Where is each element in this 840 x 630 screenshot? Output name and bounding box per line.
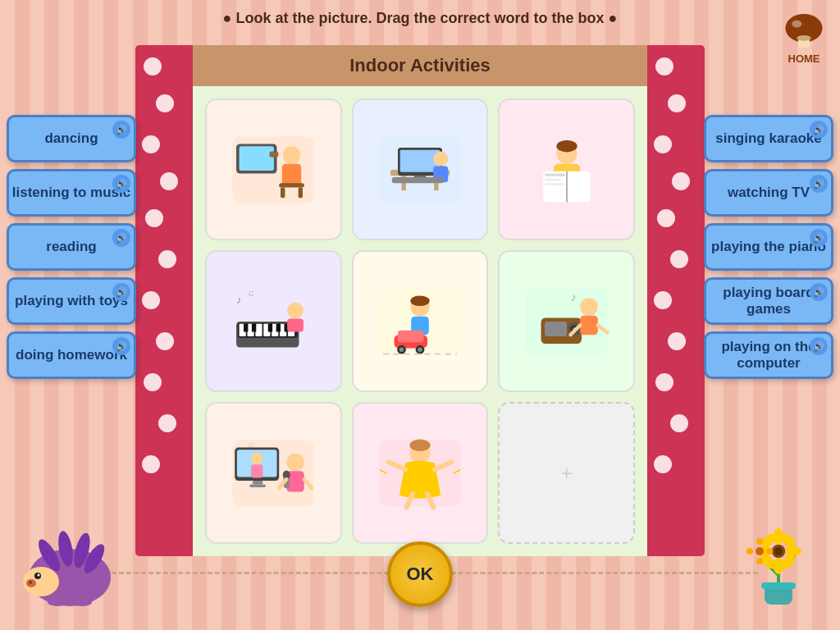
svg-point-105: [29, 581, 32, 584]
home-label: HOME: [788, 52, 820, 65]
activity-cell-2: [352, 98, 489, 240]
sound-icon-homework[interactable]: 🔊: [112, 337, 130, 355]
svg-point-125: [774, 547, 783, 555]
svg-rect-47: [276, 323, 281, 331]
svg-rect-7: [270, 151, 279, 157]
curtain-right: [647, 45, 705, 556]
word-btn-dancing[interactable]: dancing 🔊: [7, 115, 136, 162]
svg-point-79: [251, 452, 262, 463]
svg-rect-44: [244, 323, 248, 331]
svg-rect-71: [580, 315, 598, 334]
word-btn-dancing-label: dancing: [44, 130, 98, 147]
svg-point-129: [756, 558, 763, 564]
svg-point-91: [409, 439, 430, 450]
svg-rect-6: [240, 146, 274, 171]
svg-rect-45: [252, 323, 256, 331]
sound-icon-toys[interactable]: 🔊: [112, 283, 130, 301]
svg-rect-82: [250, 484, 267, 487]
sound-icon-tv[interactable]: 🔊: [810, 175, 828, 193]
sound-icon-listening[interactable]: 🔊: [112, 175, 130, 193]
svg-point-25: [556, 140, 577, 152]
svg-point-83: [287, 453, 305, 471]
left-word-buttons: dancing 🔊 listening to music 🔊 reading 🔊…: [7, 115, 136, 379]
svg-point-128: [746, 548, 753, 555]
svg-rect-111: [761, 582, 796, 589]
activity-cell-1: [205, 98, 342, 240]
svg-rect-29: [545, 173, 565, 176]
curtain-left: [135, 45, 193, 556]
svg-point-1: [792, 21, 801, 28]
svg-point-49: [287, 302, 304, 318]
svg-rect-30: [545, 178, 561, 180]
svg-point-60: [418, 347, 422, 351]
sunflower-decoration: [733, 518, 824, 622]
activity-cell-3: [498, 98, 635, 240]
word-btn-karaoke-label: singing karaoke: [715, 130, 821, 147]
word-btn-doing-homework[interactable]: doing homework 🔊: [7, 331, 136, 379]
activity-cell-5: [352, 250, 489, 392]
svg-rect-9: [282, 163, 301, 185]
svg-point-130: [766, 548, 773, 555]
word-btn-listening-to-music[interactable]: listening to music 🔊: [7, 169, 136, 217]
svg-rect-31: [545, 183, 564, 185]
word-btn-playing-piano[interactable]: playing the piano 🔊: [704, 223, 833, 271]
svg-text:♫: ♫: [248, 287, 254, 297]
svg-point-107: [38, 574, 40, 577]
word-btn-reading-label: reading: [46, 239, 96, 255]
svg-point-3: [797, 35, 810, 41]
ok-button[interactable]: OK: [387, 541, 453, 607]
svg-rect-80: [251, 464, 262, 477]
svg-rect-12: [299, 187, 303, 198]
svg-rect-22: [392, 177, 444, 183]
curtain-top: Indoor Activities: [135, 45, 705, 86]
sound-icon-dancing[interactable]: 🔊: [112, 121, 130, 139]
svg-text:♪: ♪: [570, 290, 576, 303]
word-btn-homework-label: doing homework: [16, 347, 127, 363]
sound-icon-boardgames[interactable]: 🔊: [810, 283, 828, 301]
stage-content: ♪ ♫: [193, 86, 647, 556]
svg-rect-81: [253, 481, 263, 485]
svg-rect-10: [280, 183, 305, 187]
sound-icon-piano[interactable]: 🔊: [810, 229, 828, 247]
word-btn-playing-with-toys[interactable]: playing with toys 🔊: [7, 277, 136, 325]
svg-rect-39: [256, 323, 262, 336]
svg-rect-56: [398, 330, 424, 341]
svg-point-109: [72, 598, 92, 606]
sound-icon-reading[interactable]: 🔊: [112, 229, 130, 247]
hedgehog-decoration: [16, 524, 115, 622]
instruction-text: ● Look at the picture. Drag the correct …: [223, 10, 618, 27]
word-btn-tv-label: watching TV: [728, 185, 810, 201]
svg-point-70: [580, 298, 598, 316]
svg-rect-46: [268, 323, 272, 331]
svg-point-20: [433, 151, 448, 166]
svg-rect-66: [545, 322, 567, 336]
activity-cell-4: ♪ ♫: [205, 250, 342, 392]
stage: Indoor Activities: [135, 45, 705, 556]
activity-cell-empty[interactable]: +: [498, 402, 635, 544]
word-btn-board-games[interactable]: playing board games 🔊: [704, 277, 833, 325]
sound-icon-karaoke[interactable]: 🔊: [810, 121, 828, 139]
svg-point-127: [756, 538, 763, 545]
word-btn-piano-label: playing the piano: [711, 239, 826, 255]
svg-point-126: [756, 547, 764, 555]
svg-point-59: [399, 347, 404, 351]
svg-point-108: [48, 598, 67, 606]
right-word-buttons: singing karaoke 🔊 watching TV 🔊 playing …: [704, 115, 833, 379]
activity-cell-8: [352, 402, 489, 544]
word-btn-watching-tv[interactable]: watching TV 🔊: [704, 169, 833, 217]
word-btn-playing-computer[interactable]: playing on the computer 🔊: [704, 331, 833, 379]
svg-point-8: [283, 146, 301, 164]
ok-label: OK: [407, 564, 434, 585]
word-btn-singing-karaoke[interactable]: singing karaoke 🔊: [704, 115, 833, 162]
word-btn-toys-label: playing with toys: [15, 293, 128, 309]
svg-text:♪: ♪: [236, 294, 241, 305]
home-button[interactable]: HOME: [783, 8, 825, 65]
home-mushroom-icon: [783, 8, 825, 51]
svg-rect-11: [281, 187, 285, 198]
activity-cell-7: ♪ ♫: [205, 402, 342, 544]
stage-title: Indoor Activities: [349, 55, 491, 76]
word-btn-reading[interactable]: reading 🔊: [7, 223, 136, 271]
sound-icon-computer[interactable]: 🔊: [810, 337, 828, 355]
activity-cell-6: ♪ ♫: [498, 250, 635, 392]
svg-point-119: [785, 546, 801, 556]
